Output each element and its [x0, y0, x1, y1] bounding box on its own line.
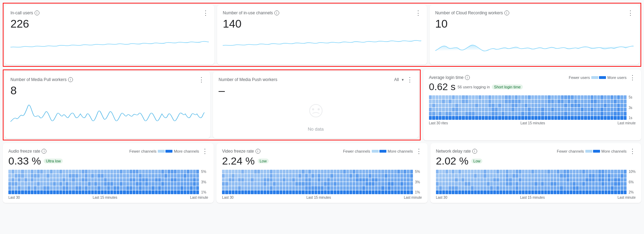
more-label: More users [607, 75, 627, 80]
card-title: In-call users i [10, 10, 39, 15]
heatmap [222, 170, 413, 194]
x-label-0: Last 30 [222, 196, 234, 199]
legend: Fewer users More users [569, 75, 627, 80]
menu-button[interactable]: ⋮ [202, 148, 208, 154]
y-axis-labels: 10% 6% 2% [627, 170, 636, 194]
metric-value: 8 [10, 84, 205, 97]
card-title-text: In-call users [10, 10, 33, 15]
x-label-1: Last 15 minutes [520, 196, 545, 199]
card-title: Number of Media Pull workers i [10, 77, 73, 82]
users-count: 56 users logging in [458, 85, 490, 89]
heatmap-container: 5s 3s 1s Last 30 rites Last 15 minutes L… [429, 95, 636, 125]
menu-button[interactable]: ⋮ [202, 10, 209, 16]
dropdown-arrow[interactable]: ▾ [402, 78, 404, 82]
info-icon[interactable]: i [35, 10, 39, 15]
svg-point-0 [310, 104, 322, 117]
menu-button[interactable]: ⋮ [198, 76, 205, 83]
info-icon[interactable]: i [465, 75, 470, 80]
menu-button[interactable]: ⋮ [629, 148, 636, 154]
metric-value: 140 [223, 17, 421, 30]
fewer-label: Fewer channels [557, 149, 584, 153]
legend-fewer [158, 150, 165, 153]
percent-value-row: 2.02 % Low [436, 155, 636, 167]
no-data-icon [305, 103, 326, 124]
no-data-area: No data [219, 100, 413, 135]
svg-point-2 [318, 108, 320, 110]
info-icon[interactable]: i [472, 149, 477, 154]
card-title: Video freeze rate i [222, 149, 260, 154]
no-data-text: No data [308, 126, 324, 132]
card-title: Number of Media Push workers [219, 77, 277, 82]
in-use-channels-card: Number of in-use channels i ⋮ 140 [217, 5, 427, 65]
y-label-top: 10% [629, 170, 636, 174]
menu-button[interactable]: ⋮ [415, 10, 421, 16]
metric-value: 2.02 % [436, 155, 468, 167]
metric-value: 2.24 % [222, 155, 254, 167]
sub-label: 0.62 s 56 users logging in Short login t… [429, 81, 636, 93]
x-label-1: Last 15 minutes [520, 121, 545, 125]
card-title-text: Number of Media Pull workers [10, 77, 67, 82]
in-call-users-card: In-call users i ⋮ 226 [5, 5, 214, 65]
y-label-mid: 3s [629, 106, 636, 110]
network-delay-card: Network delay rate i Fewer channels More… [430, 143, 641, 203]
avg-login-card: Average login time i Fewer users More us… [423, 70, 641, 140]
x-label-2: Last minute [617, 121, 636, 125]
line-chart [435, 33, 634, 61]
x-label-1: Last 15 minutes [306, 196, 331, 199]
card-title-text: Number of Media Push workers [219, 77, 277, 82]
legend-more [593, 150, 600, 153]
info-icon[interactable]: i [256, 149, 260, 154]
line-chart [10, 33, 209, 61]
heatmap-container: 10% 6% 2% Last 30 Last 15 minutes Last m… [436, 170, 636, 199]
card-title: Number of Cloud Recording workers i [435, 10, 509, 15]
legend: Fewer channels More channels [343, 149, 413, 153]
x-label-2: Last minute [190, 196, 208, 199]
status-badge: Ultra low [44, 159, 63, 163]
status-badge: Low [471, 159, 482, 163]
cloud-recording-card: Number of Cloud Recording workers i ⋮ 10 [430, 5, 639, 65]
card-title-text: Video freeze rate [222, 149, 254, 154]
legend-more [379, 150, 386, 153]
y-label-mid: 3% [415, 180, 422, 184]
metric-value: – [219, 84, 413, 97]
filter-dropdown[interactable]: All [394, 77, 399, 82]
metric-value: 0.33 % [8, 155, 41, 167]
media-push-card: Number of Media Push workers All ▾ ⋮ – [213, 72, 418, 138]
card-title-text: Network delay rate [436, 149, 471, 154]
fewer-label: Fewer channels [343, 149, 370, 153]
audio-freeze-card: Audio freeze rate i Fewer channels More … [3, 143, 214, 203]
legend-fewer [585, 150, 592, 153]
info-icon[interactable]: i [504, 10, 509, 15]
line-chart [10, 100, 205, 128]
legend: Fewer channels More channels [129, 149, 199, 153]
more-label: More channels [388, 149, 413, 153]
card-title-text: Number of Cloud Recording workers [435, 10, 503, 15]
metric-value: 10 [435, 17, 634, 30]
info-icon[interactable]: i [42, 149, 46, 154]
card-title: Average login time i [429, 75, 470, 80]
card-header: Number of Cloud Recording workers i ⋮ [435, 10, 634, 16]
y-label-top: 5% [415, 170, 422, 174]
menu-button[interactable]: ⋮ [407, 76, 413, 83]
info-icon[interactable]: i [68, 77, 73, 82]
info-icon[interactable]: i [274, 10, 279, 15]
x-label-2: Last minute [404, 196, 422, 199]
x-label-0: Last 30 [8, 196, 20, 199]
heatmap-container: 5% 3% 1% Last 30 Last 15 minutes Last mi… [222, 170, 422, 199]
card-header: Average login time i Fewer users More us… [429, 74, 636, 81]
menu-button[interactable]: ⋮ [416, 148, 422, 154]
card-header: Video freeze rate i Fewer channels More … [222, 148, 422, 154]
y-label-bot: 1% [415, 190, 422, 194]
card-header: Number of Media Pull workers i ⋮ [10, 76, 205, 83]
menu-button[interactable]: ⋮ [629, 74, 636, 81]
more-label: More channels [174, 149, 199, 153]
x-axis-labels: Last 30 Last 15 minutes Last minute [436, 196, 636, 199]
metric-value: 226 [10, 17, 209, 30]
heatmap [8, 170, 199, 194]
menu-button[interactable]: ⋮ [627, 10, 634, 16]
legend-more [165, 150, 172, 153]
card-title-text: Average login time [429, 75, 464, 80]
heatmap [436, 170, 627, 194]
card-title-text: Number of in-use channels [223, 10, 273, 15]
card-title-text: Audio freeze rate [8, 149, 40, 154]
